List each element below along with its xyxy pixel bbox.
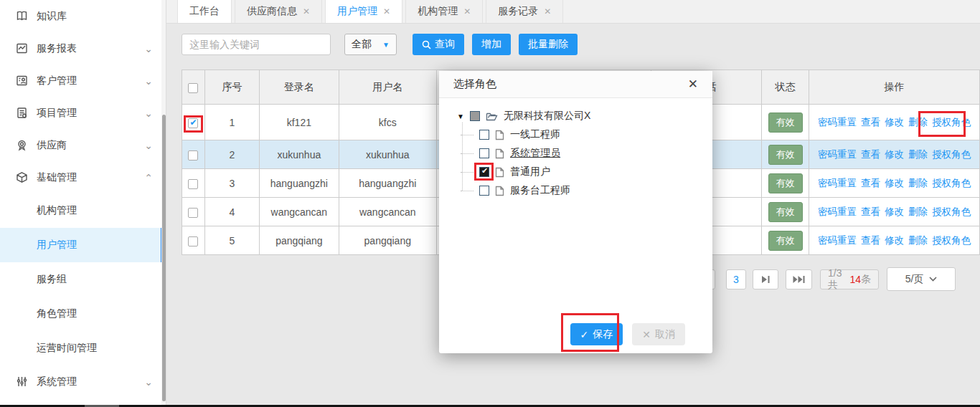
- sidebar-item-role-management[interactable]: 角色管理: [0, 297, 166, 331]
- view-link[interactable]: 查看: [861, 149, 880, 160]
- tree-node-role[interactable]: 普通用户: [479, 163, 590, 181]
- tab-user-management[interactable]: 用户管理 ✕: [325, 0, 402, 23]
- save-button[interactable]: ✓ 保存: [570, 323, 623, 345]
- row-actions: 密码重置查看修改删除授权角色: [809, 226, 979, 255]
- sidebar-item-label: 项目管理: [37, 107, 144, 120]
- tree-node-role[interactable]: 服务台工程师: [479, 181, 590, 200]
- reset-password-link[interactable]: 密码重置: [818, 149, 857, 160]
- close-icon[interactable]: ✕: [303, 6, 310, 16]
- pagination-last-button[interactable]: [786, 269, 812, 289]
- delete-link[interactable]: 删除: [908, 178, 928, 188]
- role-checkbox-checked[interactable]: [479, 167, 489, 177]
- cell-login: hanguangzhi: [259, 169, 339, 198]
- query-button[interactable]: 查询: [413, 34, 464, 55]
- batch-delete-button[interactable]: 批量删除: [519, 34, 578, 55]
- tree-node-role[interactable]: 系统管理员: [479, 144, 590, 163]
- authorize-role-link[interactable]: 授权角色: [932, 206, 971, 217]
- status-badge: 有效: [768, 231, 803, 251]
- authorize-role-link[interactable]: 授权角色: [932, 235, 971, 246]
- sidebar-item-customer-management[interactable]: 客户管理 ⌄: [0, 64, 166, 97]
- sidebar-item-user-management[interactable]: 用户管理: [0, 228, 166, 262]
- delete-link[interactable]: 删除: [908, 235, 928, 246]
- close-icon[interactable]: ✕: [463, 6, 471, 16]
- caret-down-icon: ▼: [382, 41, 390, 49]
- document-icon: [495, 130, 504, 140]
- status-badge: 有效: [768, 173, 803, 193]
- tab-workbench[interactable]: 工作台: [177, 0, 232, 23]
- row-checkbox[interactable]: [188, 118, 198, 128]
- modal-close-icon[interactable]: ✕: [688, 77, 698, 92]
- cancel-button[interactable]: ✕ 取消: [632, 323, 685, 345]
- sidebar-scrollbar-thumb[interactable]: [162, 115, 166, 401]
- tree-node-role[interactable]: 一线工程师: [479, 125, 590, 144]
- sidebar-item-operating-time-management[interactable]: 运营时间管理: [0, 331, 166, 365]
- close-icon[interactable]: ✕: [383, 6, 390, 16]
- search-icon: [422, 40, 431, 49]
- cell-username: pangqiang: [339, 226, 436, 255]
- row-actions: 密码重置查看修改删除授权角色: [809, 198, 979, 226]
- role-checkbox[interactable]: [479, 130, 489, 140]
- view-link[interactable]: 查看: [861, 117, 880, 128]
- tab-label: 工作台: [189, 5, 220, 18]
- sidebar-item-basic-management[interactable]: 基础管理 ⌃: [0, 161, 166, 193]
- sidebar-item-knowledge-base[interactable]: 知识库: [0, 0, 166, 32]
- authorize-role-link[interactable]: 授权角色: [932, 117, 971, 128]
- view-link[interactable]: 查看: [861, 235, 880, 246]
- cell-login: pangqiang: [259, 226, 339, 255]
- page-size-select[interactable]: 5/页: [887, 267, 956, 291]
- filter-select[interactable]: 全部 ▼: [344, 34, 397, 55]
- sidebar-item-supplier[interactable]: 供应商 ⌄: [0, 129, 166, 161]
- view-link[interactable]: 查看: [861, 206, 880, 217]
- sidebar-item-service-group[interactable]: 服务组: [0, 262, 166, 297]
- tab-label: 供应商信息: [247, 5, 297, 18]
- caret-down-icon[interactable]: ▼: [457, 112, 464, 120]
- tab-supplier-info[interactable]: 供应商信息 ✕: [235, 0, 322, 23]
- document-icon: [495, 148, 504, 159]
- chevron-down-icon: ⌄: [144, 75, 153, 87]
- row-checkbox[interactable]: [188, 150, 198, 161]
- reset-password-link[interactable]: 密码重置: [818, 117, 857, 128]
- edit-link[interactable]: 修改: [885, 235, 904, 246]
- pagination-next-button[interactable]: [753, 269, 778, 289]
- reset-password-link[interactable]: 密码重置: [818, 235, 857, 246]
- close-icon[interactable]: ✕: [544, 6, 551, 16]
- folder-open-icon: [486, 111, 498, 122]
- pagination-info-suffix: 条: [861, 273, 871, 286]
- tab-org-management[interactable]: 机构管理 ✕: [405, 0, 483, 23]
- delete-link[interactable]: 删除: [908, 117, 928, 128]
- reset-password-link[interactable]: 密码重置: [818, 178, 857, 188]
- authorize-role-link[interactable]: 授权角色: [932, 149, 971, 160]
- edit-link[interactable]: 修改: [885, 178, 904, 188]
- sidebar-item-project-management[interactable]: 项目管理 ⌄: [0, 97, 166, 129]
- edit-link[interactable]: 修改: [885, 149, 904, 160]
- tab-service-records[interactable]: 服务记录 ✕: [486, 0, 563, 23]
- tree-node-label: 服务台工程师: [510, 184, 570, 197]
- row-checkbox[interactable]: [188, 208, 198, 218]
- view-link[interactable]: 查看: [861, 178, 880, 188]
- sliders-icon: [16, 375, 28, 388]
- next-page-icon: [761, 275, 771, 284]
- reset-password-link[interactable]: 密码重置: [818, 206, 857, 217]
- add-button[interactable]: 增加: [472, 34, 511, 55]
- edit-link[interactable]: 修改: [885, 206, 904, 217]
- pagination-page-3-button[interactable]: 3: [726, 269, 746, 289]
- chevron-down-icon: ⌄: [144, 140, 153, 151]
- sidebar-scrollbar[interactable]: [161, 0, 166, 405]
- tree-node-root[interactable]: ▼ 无限科技有限公司X: [457, 107, 590, 125]
- chevron-down-icon: ⌄: [144, 376, 153, 388]
- delete-link[interactable]: 删除: [908, 206, 928, 217]
- delete-link[interactable]: 删除: [908, 149, 928, 160]
- sidebar-item-service-reports[interactable]: 服务报表 ⌄: [0, 32, 166, 64]
- sidebar-item-system-management[interactable]: 系统管理 ⌄: [0, 365, 166, 398]
- sidebar-item-org-management[interactable]: 机构管理: [0, 193, 166, 228]
- authorize-role-link[interactable]: 授权角色: [932, 178, 971, 188]
- chevron-down-icon: [929, 277, 937, 282]
- select-all-checkbox[interactable]: [188, 83, 198, 93]
- row-checkbox[interactable]: [188, 236, 198, 246]
- row-checkbox[interactable]: [188, 179, 198, 189]
- search-input[interactable]: [182, 34, 331, 55]
- role-checkbox[interactable]: [479, 148, 489, 158]
- role-checkbox[interactable]: [479, 186, 489, 196]
- edit-link[interactable]: 修改: [885, 117, 904, 128]
- root-checkbox-indeterminate[interactable]: [470, 111, 480, 121]
